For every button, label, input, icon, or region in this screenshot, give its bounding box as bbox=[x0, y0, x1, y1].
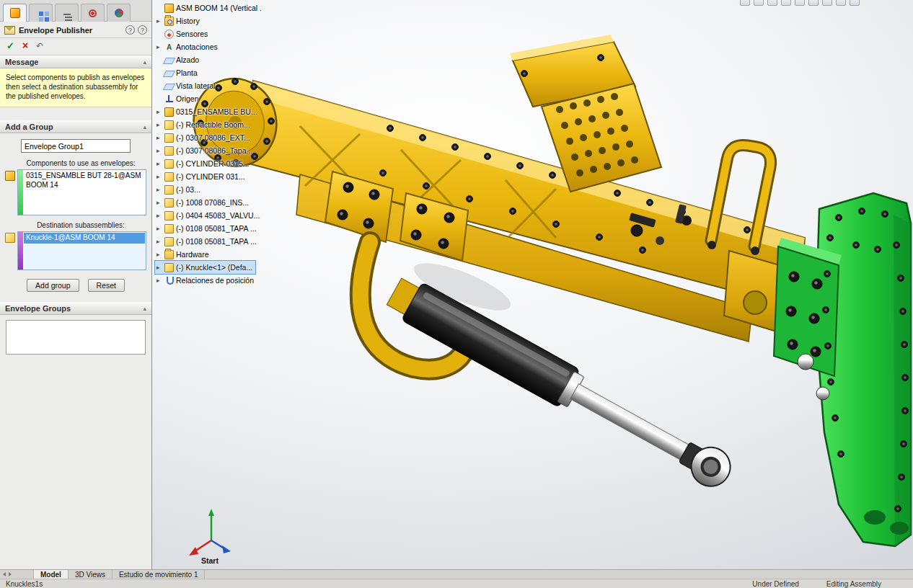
edit-appearance-icon[interactable] bbox=[836, 0, 846, 6]
pm-tab[interactable] bbox=[55, 4, 79, 22]
plane-icon bbox=[163, 71, 175, 77]
tree-item[interactable]: Planta bbox=[155, 66, 200, 79]
tree-item[interactable]: (-) Knuckle<1> (Defa... bbox=[155, 261, 255, 274]
section-view-icon[interactable] bbox=[781, 0, 791, 6]
expand-arrow-icon[interactable] bbox=[156, 277, 164, 284]
view-orientation-icon[interactable] bbox=[795, 0, 805, 6]
tree-item[interactable]: Origen bbox=[155, 92, 202, 105]
tree-item[interactable]: (-) CYLINDER 0315... bbox=[155, 157, 252, 170]
part-icon bbox=[164, 172, 174, 182]
reset-button[interactable]: Reset bbox=[88, 279, 125, 292]
whats-this-icon[interactable]: ? bbox=[125, 25, 135, 35]
tree-item[interactable]: (-) Retractible Boom... bbox=[155, 118, 253, 131]
add-group-button[interactable]: Add group bbox=[27, 279, 79, 292]
knuckle-bracket[interactable] bbox=[774, 193, 911, 546]
hide-show-items-icon[interactable] bbox=[822, 0, 832, 6]
zoom-area-icon[interactable] bbox=[754, 0, 764, 6]
document-tab[interactable]: 3D Views bbox=[69, 570, 113, 579]
expand-arrow-icon[interactable] bbox=[156, 30, 164, 37]
tree-item[interactable]: Vista lateral bbox=[155, 79, 219, 92]
tree-item[interactable]: (-) 0108 05081_TAPA ... bbox=[155, 222, 260, 235]
group-name-input[interactable] bbox=[21, 139, 131, 153]
tree-item[interactable]: Sensores bbox=[155, 27, 211, 40]
collapse-chevron-icon[interactable]: ▴ bbox=[143, 305, 146, 312]
expand-arrow-icon[interactable] bbox=[156, 212, 164, 219]
expand-arrow-icon[interactable] bbox=[156, 108, 164, 115]
expand-arrow-icon[interactable] bbox=[156, 95, 164, 102]
expand-arrow-icon[interactable] bbox=[156, 238, 164, 245]
collapse-chevron-icon[interactable]: ▴ bbox=[143, 58, 146, 66]
tree-item[interactable]: (-) 0307 08086_Tapa... bbox=[155, 144, 255, 157]
tree-item[interactable]: ASM BOOM 14 (Vertical ... bbox=[155, 1, 264, 14]
document-tab[interactable]: Model bbox=[33, 570, 69, 579]
pm-tab[interactable] bbox=[3, 4, 27, 22]
pm-tab[interactable] bbox=[81, 4, 105, 22]
expand-arrow-icon[interactable] bbox=[156, 147, 164, 154]
destination-item[interactable]: Knuckle-1@ASM BOOM 14 bbox=[24, 233, 145, 244]
envelope-groups-list[interactable] bbox=[6, 320, 146, 355]
appearances-icon bbox=[115, 9, 123, 17]
zoom-fit-icon[interactable] bbox=[740, 0, 750, 6]
component-item[interactable]: 0315_ENSAMBLE BUT 28-1@ASM BOOM 14 bbox=[24, 171, 145, 190]
help-icon[interactable]: ? bbox=[138, 25, 147, 35]
document-tab[interactable]: Estudio de movimiento 1 bbox=[113, 570, 206, 579]
expand-arrow-icon[interactable] bbox=[156, 4, 164, 12]
part-icon bbox=[164, 224, 174, 233]
add-group-header[interactable]: Add a Group ▴ bbox=[0, 120, 151, 133]
tree-item[interactable]: Relaciones de posición bbox=[155, 274, 257, 287]
components-selection-box[interactable]: 0315_ENSAMBLE BUT 28-1@ASM BOOM 14 bbox=[17, 169, 146, 215]
graphics-viewport[interactable]: ASM BOOM 14 (Vertical ... History Sensor… bbox=[152, 0, 913, 569]
tree-item[interactable]: (-) 1008 07086_INS... bbox=[155, 196, 252, 209]
envelope-groups-header[interactable]: Envelope Groups ▴ bbox=[0, 302, 151, 315]
tree-item[interactable]: (-) 03... bbox=[155, 183, 203, 196]
tab-scroll-controls bbox=[0, 570, 33, 579]
tab-scroll-left-icon[interactable] bbox=[3, 572, 6, 576]
document-tabs: Model 3D Views Estudio de movimiento 1 bbox=[33, 570, 205, 579]
cancel-button[interactable]: × bbox=[22, 41, 28, 50]
part-icon bbox=[164, 185, 174, 195]
expand-arrow-icon[interactable] bbox=[156, 199, 164, 206]
scene-icon[interactable] bbox=[850, 0, 860, 6]
status-bar: Knuckles1s Under Defined Editing Assembl… bbox=[0, 579, 913, 588]
expand-arrow-icon[interactable] bbox=[156, 186, 164, 193]
tree-item[interactable]: Hardware bbox=[155, 248, 212, 261]
expand-arrow-icon[interactable] bbox=[156, 121, 164, 128]
expand-arrow-icon[interactable] bbox=[156, 225, 164, 232]
collapse-chevron-icon[interactable]: ▴ bbox=[143, 123, 146, 130]
tree-item[interactable]: (-) 0404 45083_VALVU... bbox=[155, 209, 263, 222]
tree-item[interactable]: 0315_ENSAMBLE BU... bbox=[155, 105, 260, 118]
tree-item[interactable]: Anotaciones bbox=[155, 40, 221, 53]
previous-view-icon[interactable] bbox=[767, 0, 777, 6]
message-group-header[interactable]: Message ▴ bbox=[0, 55, 151, 68]
destination-selection-box[interactable]: Knuckle-1@ASM BOOM 14 bbox=[17, 231, 146, 270]
boom-assembly[interactable] bbox=[246, 81, 810, 342]
solidworks-window: ASM BOOM 14 (Vertical ... History Sensor… bbox=[0, 0, 913, 588]
undo-icon[interactable]: ↶ bbox=[36, 41, 43, 51]
expand-arrow-icon[interactable] bbox=[156, 251, 164, 258]
part-icon bbox=[164, 263, 174, 272]
display-style-icon[interactable] bbox=[808, 0, 819, 6]
pm-title-row: Envelope Publisher ? ? bbox=[0, 22, 151, 38]
model-3d[interactable] bbox=[152, 0, 913, 569]
ok-button[interactable]: ✓ bbox=[6, 40, 14, 51]
expand-arrow-icon[interactable] bbox=[156, 17, 164, 24]
selection-color-bar-green bbox=[18, 170, 23, 215]
part-icon bbox=[164, 120, 174, 130]
tab-scroll-right-icon[interactable] bbox=[9, 572, 12, 576]
expand-arrow-icon[interactable] bbox=[156, 264, 164, 271]
tree-item-label: (-) 0404 45083_VALVU... bbox=[176, 211, 260, 220]
pm-tab[interactable] bbox=[107, 4, 131, 22]
expand-arrow-icon[interactable] bbox=[156, 43, 164, 50]
tree-item[interactable]: Alzado bbox=[155, 53, 202, 66]
tree-item[interactable]: History bbox=[155, 14, 203, 27]
expand-arrow-icon[interactable] bbox=[156, 134, 164, 141]
tree-item[interactable]: (-) 0108 05081_TAPA ... bbox=[155, 235, 260, 248]
part-icon bbox=[164, 133, 174, 143]
components-label: Components to use as envelopes: bbox=[0, 159, 151, 167]
tree-item[interactable]: (-) CYLINDER 031... bbox=[155, 170, 248, 183]
expand-arrow-icon[interactable] bbox=[156, 160, 164, 167]
status-under-defined: Under Defined bbox=[752, 580, 798, 588]
pm-tab[interactable] bbox=[29, 4, 53, 22]
tree-item[interactable]: (-) 0307 08086_EXT... bbox=[155, 131, 253, 144]
expand-arrow-icon[interactable] bbox=[156, 173, 164, 180]
